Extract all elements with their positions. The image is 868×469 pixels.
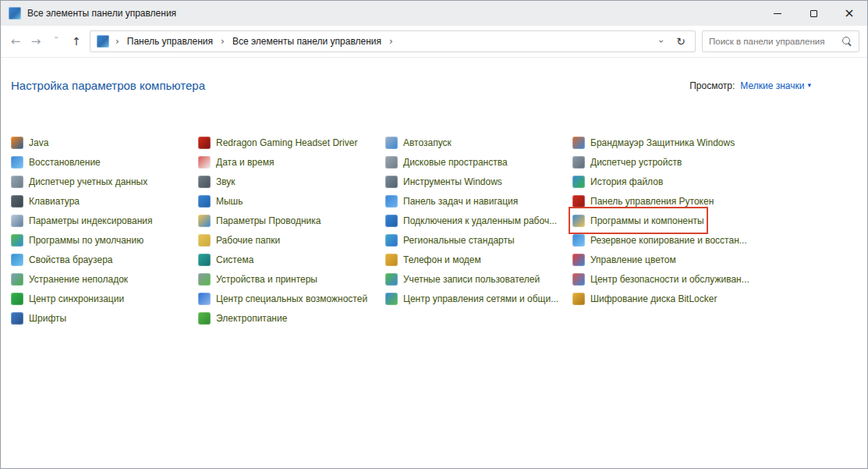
- java-icon: [11, 137, 23, 149]
- item-label: История файлов: [590, 176, 663, 187]
- control-panel-item[interactable]: Звук: [198, 172, 236, 191]
- keyboard-icon: [11, 195, 23, 208]
- search-box[interactable]: [702, 30, 859, 52]
- back-icon: ←: [11, 36, 21, 48]
- item-label: Параметры индексирования: [29, 215, 152, 226]
- item-label: Клавиатура: [29, 196, 80, 207]
- breadcrumb-chevron-icon: ›: [388, 37, 395, 46]
- refresh-icon[interactable]: ↻: [675, 36, 690, 47]
- control-panel-item[interactable]: Электропитание: [198, 308, 287, 328]
- mouse-icon: [198, 195, 211, 208]
- navigation-bar: ← → › ↑ › Панель управления › Все элемен…: [1, 26, 867, 58]
- item-label: Шрифты: [29, 313, 66, 324]
- control-panel-item[interactable]: Java: [11, 133, 48, 152]
- device-manager-icon: [572, 156, 585, 169]
- control-panel-item[interactable]: Диспетчер устройств: [572, 152, 682, 172]
- user-accounts-icon: [385, 273, 398, 286]
- control-panel-item[interactable]: Панель задач и навигация: [385, 191, 518, 211]
- maximize-button[interactable]: [795, 1, 831, 26]
- recent-locations-button[interactable]: ›: [46, 30, 66, 52]
- control-panel-item[interactable]: Программы по умолчанию: [11, 230, 143, 250]
- view-label: Просмотр:: [689, 80, 735, 91]
- control-panel-item[interactable]: Дисковые пространства: [385, 152, 508, 172]
- control-panel-item[interactable]: Клавиатура: [11, 191, 80, 211]
- breadcrumb-control-panel[interactable]: Панель управления: [122, 33, 218, 50]
- item-label: Параметры Проводника: [216, 215, 321, 226]
- control-panel-item[interactable]: Рабочие папки: [198, 230, 280, 250]
- control-panel-item[interactable]: Параметры Проводника: [198, 211, 321, 230]
- item-label: Система: [216, 254, 253, 265]
- item-label: Мышь: [216, 196, 243, 207]
- control-panel-item[interactable]: Телефон и модем: [385, 250, 481, 269]
- explorer-options-icon: [198, 215, 211, 227]
- control-panel-item[interactable]: Шрифты: [11, 308, 66, 328]
- region-icon: [385, 234, 398, 247]
- forward-button[interactable]: →: [26, 30, 46, 52]
- storage-spaces-icon: [385, 156, 398, 169]
- chevron-down-icon: ›: [52, 36, 60, 47]
- control-panel-item[interactable]: Устройства и принтеры: [198, 269, 317, 289]
- item-label: Центр синхронизации: [29, 293, 124, 304]
- control-panel-item[interactable]: Брандмауэр Защитника Windows: [572, 133, 735, 152]
- item-label: Шифрование диска BitLocker: [590, 293, 717, 304]
- control-panel-item[interactable]: Центр управления сетями и общи...: [385, 289, 558, 308]
- item-label: Резервное копирование и восстан...: [590, 235, 747, 246]
- search-icon[interactable]: [841, 36, 852, 47]
- control-panel-item[interactable]: Шифрование диска BitLocker: [572, 289, 717, 308]
- control-panel-item[interactable]: Redragon Gaming Headset Driver: [198, 133, 357, 152]
- control-panel-item[interactable]: Центр безопасности и обслуживан...: [572, 269, 749, 289]
- up-button[interactable]: ↑: [66, 30, 87, 52]
- back-button[interactable]: ←: [5, 30, 26, 52]
- file-history-icon: [572, 176, 585, 188]
- view-mode-dropdown[interactable]: Мелкие значки ▾: [740, 80, 811, 91]
- search-input[interactable]: [709, 37, 841, 46]
- control-panel-item[interactable]: Параметры индексирования: [11, 211, 152, 230]
- control-panel-item[interactable]: Мышь: [198, 191, 243, 211]
- control-panel-item[interactable]: Диспетчер учетных данных: [11, 172, 147, 191]
- item-label: Электропитание: [216, 313, 287, 324]
- control-panel-item[interactable]: Учетные записи пользователей: [385, 269, 540, 289]
- breadcrumb-all-items[interactable]: Все элементы панели управления: [228, 33, 386, 50]
- view-options: Просмотр: Мелкие значки ▾: [689, 80, 811, 91]
- minimize-button[interactable]: [760, 1, 795, 26]
- control-panel-item[interactable]: Инструменты Windows: [385, 172, 502, 191]
- window-title: Все элементы панели управления: [27, 8, 176, 19]
- address-bar[interactable]: › Панель управления › Все элементы панел…: [90, 30, 696, 52]
- titlebar: Все элементы панели управления: [1, 1, 867, 26]
- ease-of-access-icon: [198, 293, 211, 305]
- close-button[interactable]: [831, 1, 867, 26]
- control-panel-item[interactable]: Восстановление: [11, 152, 101, 172]
- sync-center-icon: [11, 293, 23, 305]
- item-label: Устройства и принтеры: [216, 274, 317, 285]
- control-panel-item[interactable]: Резервное копирование и восстан...: [572, 230, 747, 250]
- page-title: Настройка параметров компьютера: [11, 79, 205, 92]
- control-panel-item[interactable]: Управление цветом: [572, 250, 676, 269]
- item-label: Управление цветом: [590, 254, 676, 265]
- security-maintenance-icon: [572, 273, 585, 286]
- control-panel-item[interactable]: Центр специальных возможностей: [198, 289, 367, 308]
- taskbar-icon: [385, 195, 398, 208]
- window-controls: [760, 1, 867, 26]
- control-panel-item[interactable]: Центр синхронизации: [11, 289, 124, 308]
- control-panel-item[interactable]: Программы и компоненты: [572, 211, 704, 230]
- control-panel-item[interactable]: Дата и время: [198, 152, 274, 172]
- power-options-icon: [198, 312, 211, 325]
- indexing-options-icon: [11, 215, 23, 227]
- phone-modem-icon: [385, 254, 398, 266]
- control-panel-item[interactable]: Подключения к удаленным рабоч...: [385, 211, 557, 230]
- breadcrumb-chevron-icon: ›: [114, 37, 121, 46]
- control-panel-item[interactable]: Свойства браузера: [11, 250, 113, 269]
- minimize-icon: [774, 13, 781, 14]
- control-panel-item[interactable]: Автозапуск: [385, 133, 452, 152]
- item-label: Дисковые пространства: [403, 157, 508, 168]
- color-management-icon: [572, 254, 585, 266]
- control-panel-item[interactable]: Региональные стандарты: [385, 230, 515, 250]
- address-dropdown-icon[interactable]: ›: [657, 38, 667, 45]
- system-icon: [198, 254, 211, 266]
- items-column-1: Java Восстановление Диспетчер учетных да…: [11, 133, 198, 328]
- control-panel-item[interactable]: Панель управления Рутокен: [572, 191, 714, 211]
- control-panel-item[interactable]: Устранение неполадок: [11, 269, 128, 289]
- control-panel-item[interactable]: История файлов: [572, 172, 663, 191]
- sound-icon: [198, 176, 211, 188]
- control-panel-item[interactable]: Система: [198, 250, 253, 269]
